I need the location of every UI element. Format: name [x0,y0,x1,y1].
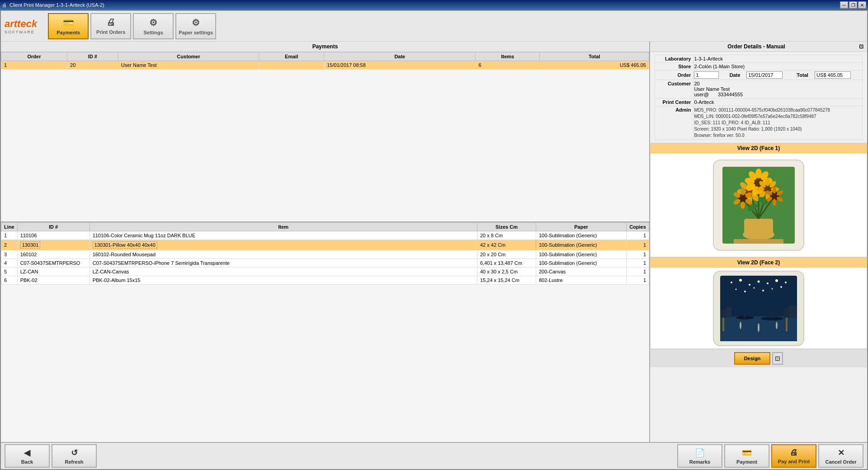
item-name: 160102-Rounded Mousepad [90,250,477,259]
pay-print-label: Pay and Print [778,459,810,464]
close-button[interactable]: ✕ [858,1,866,9]
pay-print-button[interactable]: 🖨 Pay and Print [771,444,816,468]
print-orders-icon: 🖨 [106,17,115,28]
svg-rect-80 [789,306,797,318]
svg-point-71 [758,323,760,332]
view2-label: View 2D (Face 2) [650,257,867,268]
svg-point-72 [776,322,778,329]
customer-label: Customer [655,80,694,99]
item-sizes: 20 x 20 Cm [477,250,536,259]
titlebar-title: Client Print Manager 1-3-1-Artteck (USA-… [9,2,104,8]
store-label: Store [655,63,694,70]
payments-table: Order ID # Customer Email Date Items Tot… [1,52,649,70]
col-date: Date [324,52,476,61]
item-sizes: 20 x 8 Cm [477,231,536,240]
cell-date: 15/01/2017 08:58 [324,61,476,70]
item-copies: 1 [627,231,649,240]
cell-customer: User Name Test [118,61,259,70]
item-paper: 200-Canvas [536,268,627,276]
col-total: Total [540,52,649,61]
refresh-icon: ↺ [71,448,78,458]
face1-preview [709,155,808,255]
item-row[interactable]: 1 110106 110106-Color Ceramic Mug 11oz D… [1,231,649,240]
item-id: 110106 [17,231,90,240]
item-line: 2 [1,240,18,250]
payments-header: Payments [1,42,649,52]
svg-point-70 [740,322,741,329]
titlebar-right: ─ ❐ ✕ [840,1,866,9]
item-paper: 100-Sublimation (Generic) [536,240,627,250]
item-copies: 1 [627,250,649,259]
payments-icon: 💳 [63,17,74,28]
order-input[interactable] [694,71,719,79]
content-area: Payments Order ID # Customer Email Date … [1,42,867,442]
total-input[interactable] [815,71,851,79]
print-orders-button[interactable]: 🖨 Print Orders [90,13,131,39]
settings-icon: ⚙ [149,17,157,28]
item-row[interactable]: 6 PBK-02 PBK-02-Album 15x15 15,24 x 15,2… [1,276,649,285]
payment-row[interactable]: 1 20 User Name Test 15/01/2017 08:58 6 U… [1,61,649,70]
refresh-button[interactable]: ↺ Refresh [52,444,97,468]
design-button[interactable]: Design [734,352,771,365]
customer-email: user@ [694,92,709,97]
item-line: 3 [1,250,18,259]
col-email: Email [259,52,324,61]
items-col-id: ID # [17,223,90,231]
item-name: 130301-Pillow 40x40 40x40 [90,240,477,250]
item-copies: 1 [627,259,649,268]
item-sizes: 15,24 x 15,24 Cm [477,276,536,285]
order-details-body: Laboratory 1-3-1-Artteck Store 2-Colón (… [650,52,867,143]
items-col-copies: Copies [627,223,649,231]
item-row[interactable]: 4 C07-S0437SEMTRPERSO C07-S0437SEMTRPERS… [1,259,649,268]
cancel-order-button[interactable]: ✕ Cancel Order [818,444,863,468]
bottom-right: 📄 Remarks 💳 Payment 🖨 Pay and Print ✕ Ca… [677,444,863,468]
restore-button[interactable]: ❐ [849,1,857,9]
minimize-button[interactable]: ─ [840,1,848,9]
laboratory-label: Laboratory [655,55,694,63]
payments-label: Payments [57,30,80,35]
item-id: LZ-CAN [17,268,90,276]
settings-button[interactable]: ⚙ Settings [133,13,174,39]
svg-point-61 [767,282,769,284]
svg-point-57 [731,282,732,283]
item-row[interactable]: 3 160102 160102-Rounded Mousepad 20 x 20… [1,250,649,259]
date-input[interactable] [746,71,783,79]
item-sizes: 42 x 42 Cm [477,240,536,250]
col-customer: Customer [118,52,259,61]
svg-rect-76 [771,310,772,319]
total-value [815,70,863,80]
item-sizes: 6,401 x 13,487 Cm [477,259,536,268]
cancel-label: Cancel Order [825,459,856,465]
paper-settings-icon: ⚙ [192,17,200,28]
paper-settings-button[interactable]: ⚙ Paper settings [175,13,216,39]
svg-point-66 [754,287,755,288]
item-name: PBK-02-Album 15x15 [90,276,477,285]
customer-code: 333444555 [718,92,743,97]
payment-button[interactable]: 💳 Payment [724,444,769,468]
expand-icon[interactable]: ⊡ [859,43,863,50]
bottom-bar: ◀ Back ↺ Refresh 📄 Remarks 💳 Payment 🖨 P… [1,442,867,469]
print-orders-label: Print Orders [96,29,125,35]
col-id: ID # [67,52,118,61]
back-button[interactable]: ◀ Back [5,444,50,468]
items-table-container[interactable]: Line ID # Item Sizes Cm Paper Copies 1 [1,222,649,442]
left-panel: Payments Order ID # Customer Email Date … [1,42,650,442]
cell-items: 6 [476,61,540,70]
svg-point-67 [762,290,764,291]
items-section: Line ID # Item Sizes Cm Paper Copies 1 [1,222,649,442]
cell-total: US$ 465.05 [540,61,649,70]
item-row[interactable]: 2 130301 130301-Pillow 40x40 40x40 42 x … [1,240,649,250]
payments-table-container[interactable]: Order ID # Customer Email Date Items Tot… [1,52,649,220]
svg-point-65 [744,291,746,292]
remarks-button[interactable]: 📄 Remarks [677,444,722,468]
customer-name: User Name Test [694,86,862,92]
svg-rect-82 [786,318,788,331]
admin-label: Admin [655,106,694,140]
payments-button[interactable]: 💳 Payments [48,13,89,39]
item-row[interactable]: 5 LZ-CAN LZ-CAN-Canvas 40 x 30 x 2,5 Cm … [1,268,649,276]
svg-point-68 [772,288,773,289]
svg-rect-78 [726,307,731,318]
expand-view-button[interactable]: ⊡ [772,352,783,365]
svg-point-29 [765,178,770,186]
svg-point-69 [780,286,782,288]
